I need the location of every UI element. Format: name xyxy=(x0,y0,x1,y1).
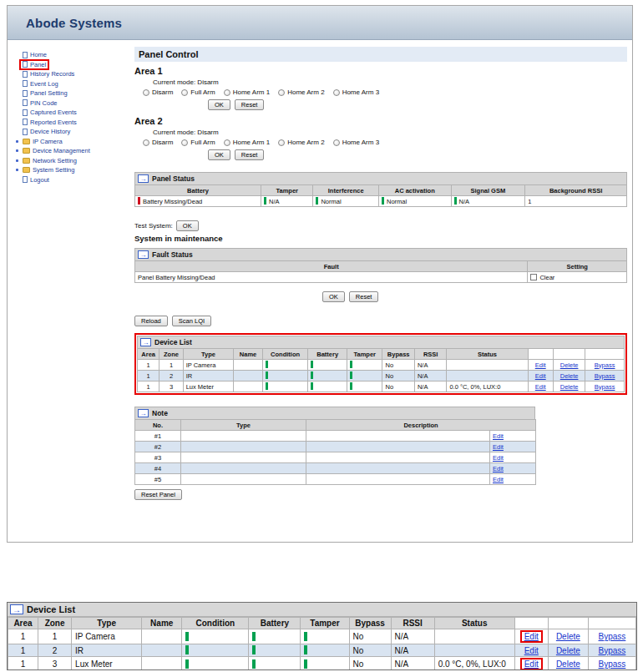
edit-link[interactable]: Edit xyxy=(524,646,539,655)
note-edit-cell: Edit xyxy=(490,463,536,474)
ok-button[interactable]: OK xyxy=(208,99,230,110)
radio-button-icon[interactable] xyxy=(333,89,340,96)
note-description xyxy=(306,431,490,442)
radio-option-full-arm[interactable]: Full Arm xyxy=(181,139,215,146)
bypass-link[interactable]: Bypass xyxy=(599,646,626,655)
sidebar-item-label: Logout xyxy=(30,176,49,184)
edit-link[interactable]: Edit xyxy=(493,454,504,462)
note-type xyxy=(181,474,306,485)
condition-status-bar xyxy=(266,361,268,368)
delete-link[interactable]: Delete xyxy=(560,372,579,380)
radio-button-icon[interactable] xyxy=(181,139,188,146)
radio-button-icon[interactable] xyxy=(224,139,230,146)
device-col-action xyxy=(585,349,625,360)
note-no: #2 xyxy=(135,442,181,452)
device-battery xyxy=(308,381,347,392)
bypass-link[interactable]: Bypass xyxy=(595,361,615,369)
note-row: #5Edit xyxy=(135,474,536,485)
device-list-row: 13Lux MeterNoN/A0.0 °C, 0%, LUX:0EditDel… xyxy=(8,657,636,671)
device-name xyxy=(142,644,182,657)
reload-button[interactable]: Reload xyxy=(134,316,168,326)
device-rssi: N/A xyxy=(414,381,446,392)
clear-checkbox[interactable] xyxy=(530,274,537,280)
sidebar-item-panel-setting[interactable]: Panel Setting xyxy=(16,88,123,99)
status-ac-activation: Normal xyxy=(378,196,451,207)
blue-arrow-icon xyxy=(138,409,149,417)
radio-option-home-arm-2[interactable]: Home Arm 2 xyxy=(278,88,324,96)
bypass-link[interactable]: Bypass xyxy=(599,659,626,669)
panel-status-header-row: Battery Tamper Interference AC activatio… xyxy=(135,185,627,196)
edit-link[interactable]: Edit xyxy=(493,476,504,483)
sidebar-item-home[interactable]: Home xyxy=(16,50,123,60)
delete-link[interactable]: Delete xyxy=(560,383,579,391)
edit-link[interactable]: Edit xyxy=(535,372,546,380)
sidebar-item-device-management[interactable]: Device Management xyxy=(16,146,123,156)
edit-link[interactable]: Edit xyxy=(493,465,504,472)
sidebar-item-reported-events[interactable]: Reported Events xyxy=(16,118,123,128)
radio-option-home-arm-2[interactable]: Home Arm 2 xyxy=(278,139,324,146)
sidebar-item-inner: History Records xyxy=(21,70,76,78)
edit-link[interactable]: Edit xyxy=(524,659,539,669)
edit-link[interactable]: Edit xyxy=(535,383,546,391)
sidebar-item-system-setting[interactable]: System Setting xyxy=(16,165,123,175)
sidebar-item-inner: Device Management xyxy=(21,147,92,154)
radio-button-icon[interactable] xyxy=(278,139,285,146)
area-section-1: Area 1Current mode: DisarmDisarmFull Arm… xyxy=(134,66,627,110)
note-no: #5 xyxy=(135,474,181,485)
note-col-no: No. xyxy=(135,420,181,431)
radio-button-icon[interactable] xyxy=(224,89,230,96)
reset-button[interactable]: Reset xyxy=(235,99,265,110)
fault-text: Panel Battery Missing/Dead xyxy=(135,272,528,283)
sidebar-item-network-setting[interactable]: Network Setting xyxy=(16,156,123,166)
sidebar-item-event-log[interactable]: Event Log xyxy=(16,79,123,89)
device-col-condition: Condition xyxy=(262,349,308,360)
radio-button-icon[interactable] xyxy=(143,89,149,96)
sidebar-item-logout[interactable]: Logout xyxy=(16,175,123,185)
test-system-ok-button[interactable]: OK xyxy=(176,220,199,231)
radio-option-disarm[interactable]: Disarm xyxy=(143,88,173,96)
radio-button-icon[interactable] xyxy=(181,89,188,96)
radio-option-home-arm-1[interactable]: Home Arm 1 xyxy=(224,139,270,146)
delete-link[interactable]: Delete xyxy=(556,646,580,655)
tamper-status-bar xyxy=(304,659,307,669)
radio-option-home-arm-3[interactable]: Home Arm 3 xyxy=(333,88,379,96)
delete-link[interactable]: Delete xyxy=(560,361,579,369)
edit-link[interactable]: Edit xyxy=(524,632,539,641)
ok-button[interactable]: OK xyxy=(208,149,230,160)
sidebar-item-history-records[interactable]: History Records xyxy=(16,69,123,79)
radio-option-full-arm[interactable]: Full Arm xyxy=(181,88,215,96)
delete-link[interactable]: Delete xyxy=(556,659,580,669)
edit-link[interactable]: Edit xyxy=(493,432,504,440)
delete-link[interactable]: Delete xyxy=(556,632,580,641)
reset-button[interactable]: Reset xyxy=(349,291,379,302)
edit-link[interactable]: Edit xyxy=(493,443,504,451)
device-col-action xyxy=(514,618,548,629)
note-edit-cell: Edit xyxy=(490,431,536,442)
device-col-battery: Battery xyxy=(308,349,347,360)
bypass-link[interactable]: Bypass xyxy=(595,372,615,380)
radio-option-home-arm-1[interactable]: Home Arm 1 xyxy=(224,88,270,96)
device-status xyxy=(447,360,528,371)
sidebar-item-device-history[interactable]: Device History xyxy=(16,127,123,137)
sidebar-item-label: PIN Code xyxy=(30,99,58,107)
ok-button[interactable]: OK xyxy=(322,291,345,302)
radio-option-home-arm-3[interactable]: Home Arm 3 xyxy=(333,139,379,146)
bypass-link[interactable]: Bypass xyxy=(595,383,615,391)
scan-lqi-button[interactable]: Scan LQI xyxy=(172,316,211,326)
col-tamper: Tamper xyxy=(261,185,313,196)
device-bypass: No xyxy=(382,381,414,392)
reset-button[interactable]: Reset xyxy=(235,149,265,160)
radio-option-disarm[interactable]: Disarm xyxy=(143,139,173,146)
edit-link[interactable]: Edit xyxy=(535,361,546,369)
radio-button-icon[interactable] xyxy=(333,139,340,146)
sidebar-item-panel[interactable]: Panel xyxy=(16,60,123,70)
radio-button-icon[interactable] xyxy=(143,139,149,146)
sidebar-item-pin-code[interactable]: PIN Code xyxy=(16,99,123,109)
reset-panel-button[interactable]: Reset Panel xyxy=(134,489,182,500)
sidebar-item-captured-events[interactable]: Captured Events xyxy=(16,108,123,118)
device-list-title: Device List xyxy=(154,338,192,346)
radio-label: Disarm xyxy=(152,88,173,96)
radio-button-icon[interactable] xyxy=(278,89,285,96)
bypass-link[interactable]: Bypass xyxy=(599,632,626,641)
sidebar-item-ip-camera[interactable]: IP Camera xyxy=(16,137,123,147)
